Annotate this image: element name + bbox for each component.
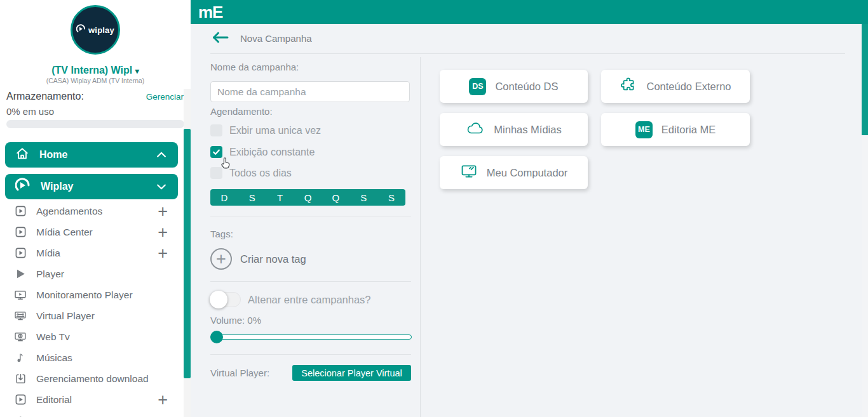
weekday-wednesday[interactable]: Q	[294, 192, 322, 203]
sidebar-item-midia[interactable]: Mídia +	[0, 242, 191, 263]
card-meu-computador[interactable]: Meu Computador	[440, 156, 588, 189]
campaign-name-input[interactable]	[210, 81, 410, 102]
page-title: Nova Campanha	[240, 33, 312, 44]
monitor-virtual-icon	[14, 310, 27, 322]
select-virtual-player-button[interactable]: Selecionar Player Virtual	[292, 365, 411, 381]
checkbox-show-once[interactable]: Exbir uma unica vez	[210, 124, 321, 136]
section-divider	[210, 354, 411, 355]
checkbox-checked[interactable]	[210, 146, 222, 158]
weekday-thursday[interactable]: Q	[322, 192, 349, 203]
play-solid-icon	[14, 268, 27, 281]
sidebar-item-musicas-partial[interactable]: Músicas	[0, 410, 191, 417]
account-avatar[interactable]: wiplay	[71, 5, 120, 55]
main-scrollbar-thumb[interactable]	[862, 24, 868, 135]
me-logo: mE	[198, 3, 222, 22]
monitor-play-icon	[14, 289, 27, 301]
card-editoria-me[interactable]: ME Editoria ME	[601, 113, 750, 146]
weekday-friday[interactable]: S	[349, 192, 377, 203]
sidebar-item-agendamentos[interactable]: Agendamentos +	[0, 201, 191, 222]
volume-label: Volume: 0%	[210, 315, 261, 326]
weekday-sunday[interactable]: D	[210, 192, 238, 203]
sidebar-home-label: Home	[39, 149, 67, 161]
caret-down-icon: ▾	[135, 67, 139, 76]
back-arrow-icon[interactable]	[212, 31, 229, 46]
home-icon	[15, 147, 29, 163]
alternate-campaigns-toggle[interactable]	[210, 292, 241, 307]
card-minhas-midias[interactable]: Minhas Mídias	[440, 113, 588, 146]
plus-icon[interactable]: +	[158, 205, 168, 218]
content-source-cards: DS Conteúdo DS Conteúdo Externo Minhas M…	[440, 70, 750, 189]
wiplay-swoosh-icon	[15, 178, 31, 195]
sidebar-item-monitoramento-player[interactable]: Monitoramento Player	[0, 284, 191, 305]
section-divider	[210, 281, 411, 282]
sidebar: wiplay (TV Interna) Wipl ▾ (CASA) Wiplay…	[0, 0, 191, 417]
chevron-down-icon[interactable]	[155, 180, 168, 193]
weekday-monday[interactable]: S	[238, 192, 266, 203]
volume-slider-track[interactable]	[210, 334, 412, 340]
section-divider	[210, 216, 411, 216]
checkbox-unchecked[interactable]	[210, 167, 222, 179]
top-app-bar: mE	[191, 0, 868, 24]
sidebar-item-gerenciamento-download[interactable]: Gerenciamento download	[0, 368, 191, 389]
sidebar-item-wiplay[interactable]: Wiplay	[5, 174, 178, 199]
sidebar-item-label: Editorial	[36, 394, 72, 406]
play-square-icon	[14, 226, 27, 239]
volume-slider-knob[interactable]	[210, 331, 223, 343]
card-label: Meu Computador	[487, 167, 567, 179]
sidebar-wiplay-label: Wiplay	[41, 181, 73, 192]
play-square-icon	[14, 394, 27, 406]
sidebar-item-label: Monitoramento Player	[36, 289, 133, 301]
card-label: Conteúdo DS	[495, 81, 558, 93]
sidebar-item-label: Player	[36, 268, 64, 280]
sidebar-item-label: Músicas	[36, 352, 72, 364]
ds-badge-icon: DS	[469, 78, 486, 95]
storage-progress-bar	[6, 120, 184, 128]
computer-icon	[460, 162, 478, 183]
plus-icon[interactable]: +	[158, 394, 168, 406]
weekday-selector[interactable]: D S T Q Q S S	[210, 189, 405, 206]
card-label: Minhas Mídias	[494, 124, 561, 136]
card-label: Editoria ME	[661, 124, 715, 136]
monitor-web-icon	[14, 331, 27, 343]
sidebar-item-virtual-player[interactable]: Virtual Player	[0, 305, 191, 326]
sidebar-item-label: Mídia	[36, 248, 60, 259]
checkbox-every-day[interactable]: Todos os dias	[210, 167, 292, 179]
checkbox-constant-display[interactable]: Exibição constante	[210, 146, 315, 158]
weekday-tuesday[interactable]: T	[266, 192, 294, 203]
sidebar-item-editorial[interactable]: Editorial +	[0, 389, 191, 410]
card-conteudo-ds[interactable]: DS Conteúdo DS	[440, 70, 588, 103]
plus-icon[interactable]: +	[158, 226, 168, 239]
sidebar-item-label: Agendamentos	[36, 206, 102, 217]
sidebar-item-musicas[interactable]: Músicas	[0, 347, 191, 368]
me-badge-icon: ME	[635, 121, 653, 138]
checkbox-unchecked[interactable]	[210, 124, 222, 136]
sidebar-item-home[interactable]: Home	[5, 142, 178, 168]
account-name-dropdown[interactable]: (TV Interna) Wipl ▾	[0, 65, 191, 76]
checkbox-label: Exbir uma unica vez	[229, 125, 321, 136]
sidebar-item-midia-center[interactable]: Mídia Center +	[0, 222, 191, 242]
header-divider	[210, 53, 845, 54]
download-icon	[14, 373, 27, 385]
virtual-player-label: Virtual Player:	[210, 367, 269, 378]
main-content: Nova Campanha Nome da campanha: Agendame…	[191, 24, 868, 417]
sidebar-item-label: Web Tv	[36, 331, 70, 343]
card-conteudo-externo[interactable]: Conteúdo Externo	[601, 70, 750, 103]
sidebar-item-label: Mídia Center	[36, 227, 93, 238]
weekday-saturday[interactable]: S	[377, 192, 405, 203]
sidebar-item-label: Gerenciamento download	[36, 373, 149, 385]
sidebar-item-label: Virtual Player	[36, 310, 95, 322]
sidebar-scrollbar-thumb[interactable]	[184, 129, 191, 378]
plus-icon[interactable]: +	[158, 247, 168, 260]
account-subtitle: (CASA) Wiplay ADM (TV Interna)	[0, 77, 191, 84]
sidebar-menu: Agendamentos + Mídia Center + Mídia + Pl…	[0, 201, 191, 417]
music-note-icon	[14, 414, 27, 417]
chevron-up-icon[interactable]	[155, 149, 168, 161]
sidebar-item-web-tv[interactable]: Web Tv	[0, 326, 191, 347]
music-note-icon	[14, 352, 27, 364]
checkbox-label: Exibição constante	[229, 147, 315, 158]
storage-manage-link[interactable]: Gerenciar	[146, 92, 184, 102]
sidebar-item-player[interactable]: Player	[0, 263, 191, 284]
card-label: Conteúdo Externo	[646, 81, 731, 93]
toggle-knob[interactable]	[210, 291, 227, 308]
create-tag-button[interactable]: +	[210, 248, 232, 270]
